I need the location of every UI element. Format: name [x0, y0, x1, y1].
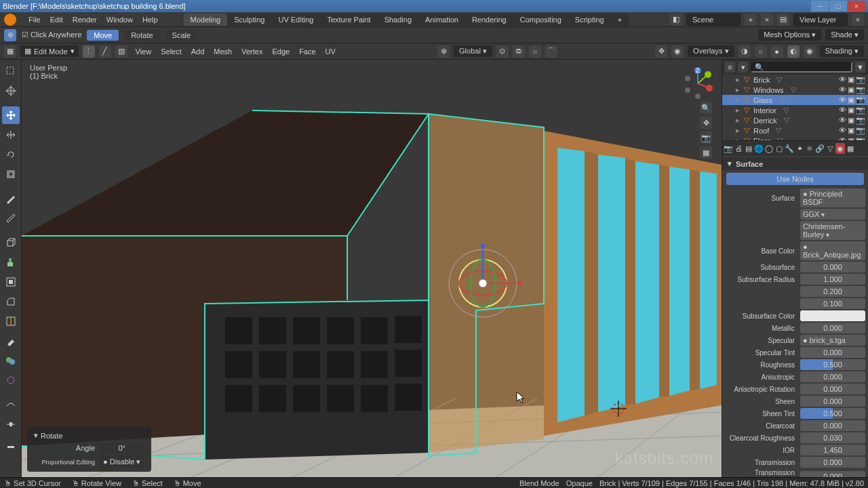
object-tab[interactable]: ▢ — [774, 143, 784, 154]
blender-icon[interactable] — [4, 14, 16, 26]
transform-tool[interactable] — [2, 106, 20, 124]
orientation-icon[interactable]: ⊕ — [437, 45, 450, 58]
scale-toggle[interactable]: Scale — [165, 30, 198, 41]
move-toggle[interactable]: Move — [87, 30, 119, 41]
polybuild-tool[interactable] — [2, 352, 20, 369]
close-button[interactable]: × — [848, 1, 865, 12]
prop-value[interactable]: 0.000 — [800, 457, 865, 468]
menu-window[interactable]: Window — [102, 14, 137, 25]
outliner-display-icon[interactable]: ▾ — [738, 62, 748, 73]
prop-value[interactable]: 0.000 — [800, 347, 865, 358]
spin-tool[interactable] — [2, 371, 20, 389]
outliner-type-icon[interactable]: ≡ — [725, 62, 735, 73]
pivot-icon[interactable]: ⊙ — [496, 45, 509, 58]
tool-icon[interactable]: ⊕ — [4, 29, 16, 41]
scene-del-icon[interactable]: × — [761, 14, 773, 26]
outliner-search[interactable] — [751, 62, 852, 73]
move-tool[interactable] — [2, 126, 20, 144]
prop-value[interactable]: 0.000 — [800, 384, 865, 394]
edgeslide-tool[interactable] — [2, 415, 20, 433]
propedit-field[interactable]: ● Disable ▾ — [99, 456, 144, 468]
wireframe-shading-icon[interactable]: ○ — [755, 45, 767, 58]
angle-field[interactable]: 0° — [99, 443, 144, 453]
falloff-icon[interactable]: ⌒ — [545, 45, 557, 58]
rotate-toggle[interactable]: Rotate — [124, 30, 159, 41]
scene-icon[interactable]: ◧ — [670, 14, 682, 26]
outliner-item-floor[interactable]: ▸ ▽ Floor▽👁▣📷 — [722, 136, 868, 141]
prop-value[interactable]: 0.000 — [800, 396, 865, 407]
scene-name-field[interactable]: Scene — [686, 14, 741, 26]
menu-edit[interactable]: Edit — [46, 14, 67, 25]
matprev-shading-icon[interactable]: ◐ — [787, 45, 800, 58]
cursor-tool[interactable] — [2, 82, 20, 100]
prop-value[interactable]: 1.450 — [800, 445, 865, 455]
prop-value[interactable]: 0.000 — [800, 262, 865, 272]
shade-dropdown[interactable]: Shade ▾ — [825, 29, 864, 41]
outliner-item-interior[interactable]: ▸ ▽ Interior▽👁▣📷 — [722, 105, 868, 115]
solid-shading-icon[interactable]: ● — [771, 45, 783, 58]
workspace-texture-paint[interactable]: Texture Paint — [320, 14, 377, 26]
propedit-icon[interactable]: ○ — [529, 45, 541, 58]
editor-menu-view[interactable]: View — [132, 46, 156, 57]
minimize-button[interactable]: − — [811, 1, 829, 12]
world-tab[interactable]: ◯ — [764, 143, 774, 154]
workspace-modeling[interactable]: Modeling — [184, 14, 228, 26]
overlay-btn[interactable]: ◉ — [671, 45, 684, 58]
smooth-tool[interactable] — [2, 396, 20, 413]
prop-value[interactable]: 1.000 — [800, 274, 865, 285]
surface-panel-header[interactable]: ▾ Surface — [722, 157, 868, 170]
editor-menu-vertex[interactable]: Vertex — [237, 46, 267, 57]
knife-tool[interactable] — [2, 332, 20, 350]
prop-value[interactable]: 0.000 — [800, 420, 865, 431]
mesh-options-dropdown[interactable]: Mesh Options ▾ — [758, 29, 821, 41]
surface-value[interactable]: ● Principled BSDF — [800, 188, 865, 207]
edge-mode-icon[interactable]: ╱ — [99, 45, 111, 58]
loopcut-tool[interactable] — [2, 312, 20, 330]
camera-nav-icon[interactable]: 📷 — [700, 131, 712, 144]
workspace-rendering[interactable]: Rendering — [465, 14, 513, 26]
workspace-animation[interactable]: Animation — [418, 14, 465, 26]
viewlayer-field[interactable]: View Layer — [793, 14, 848, 26]
prop-value[interactable]: 0.000 — [800, 371, 865, 382]
nav-gizmo[interactable]: Z — [681, 66, 715, 100]
output-tab[interactable]: 🖨 — [734, 143, 743, 154]
bevel-tool[interactable] — [2, 293, 20, 310]
workspace-uv-editing[interactable]: UV Editing — [271, 14, 320, 26]
dist2-field[interactable]: Christensen-Burley ▾ — [800, 221, 865, 240]
editor-menu-face[interactable]: Face — [295, 46, 319, 57]
editor-menu-add[interactable]: Add — [187, 46, 209, 57]
select-box-tool[interactable] — [2, 62, 20, 80]
prop-value[interactable]: 0.000 — [800, 323, 865, 333]
prop-value[interactable]: 0.500 — [800, 359, 865, 370]
maximize-button[interactable]: □ — [829, 1, 847, 12]
face-mode-icon[interactable]: ▧ — [115, 45, 127, 58]
workspace-add-button[interactable]: + — [611, 14, 629, 26]
color-swatch[interactable] — [800, 310, 865, 321]
xray-icon[interactable]: ◑ — [738, 45, 751, 58]
editor-type-icon[interactable]: ▦ — [4, 45, 16, 58]
editor-menu-select[interactable]: Select — [157, 46, 186, 57]
menu-help[interactable]: Help — [138, 14, 162, 25]
material-tab[interactable]: ◉ — [835, 143, 845, 154]
viewlayer-icon[interactable]: ▤ — [777, 14, 789, 26]
persp-nav-icon[interactable]: ▦ — [700, 146, 712, 159]
rendered-shading-icon[interactable]: ◉ — [804, 45, 816, 58]
orientation-dropdown[interactable]: Global ▾ — [454, 45, 492, 57]
menu-render[interactable]: Render — [68, 14, 101, 25]
rotate-tool[interactable] — [2, 146, 20, 163]
outliner-item-brick[interactable]: ▸ ▽ Brick▽👁▣📷 — [722, 75, 868, 85]
viewlayer-tab[interactable]: ▤ — [744, 143, 753, 154]
properties-body[interactable]: ▾ Surface Use Nodes Surface ● Principled… — [722, 156, 868, 477]
texture-tab[interactable]: ▦ — [846, 143, 855, 154]
shrink-tool[interactable] — [2, 435, 20, 453]
gizmo-toggle-icon[interactable]: ✥ — [655, 45, 667, 58]
workspace-compositing[interactable]: Compositing — [513, 14, 568, 26]
viewlayer-del-icon[interactable]: × — [852, 14, 864, 26]
shading-dropdown[interactable]: Shading ▾ — [820, 45, 864, 57]
zoom-nav-icon[interactable]: 🔍 — [700, 102, 712, 114]
move-nav-icon[interactable]: ✥ — [700, 117, 712, 129]
vert-mode-icon[interactable]: ⋮ — [83, 45, 95, 58]
workspace-shading[interactable]: Shading — [378, 14, 418, 26]
scene-new-icon[interactable]: + — [745, 14, 757, 26]
dist1-field[interactable]: GGX ▾ — [800, 209, 865, 220]
